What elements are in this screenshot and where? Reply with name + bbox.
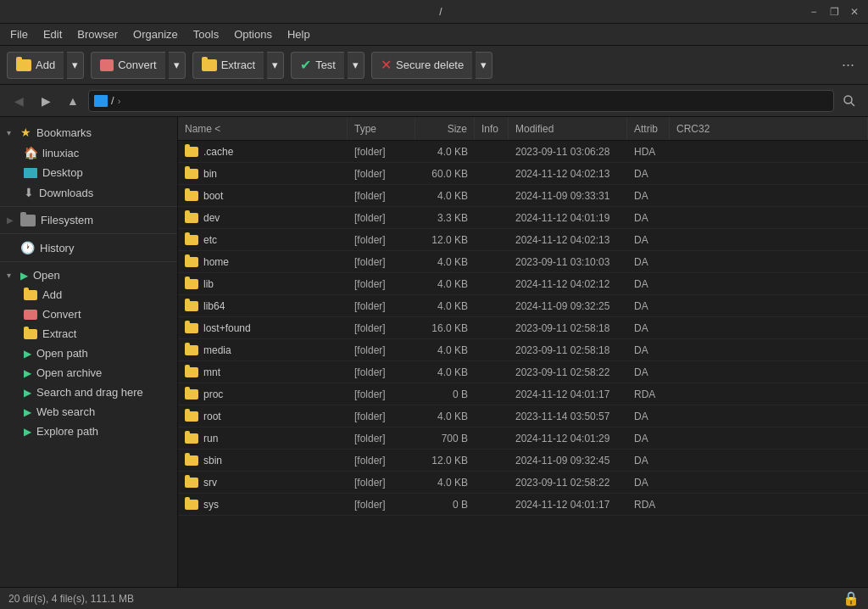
sidebar-item-downloads[interactable]: ⬇ Downloads: [0, 182, 177, 203]
file-size-cell: 4.0 KB: [415, 273, 475, 294]
file-type-cell: [folder]: [348, 405, 415, 427]
open-archive-play-icon: ▶: [24, 367, 31, 379]
file-size-cell: 0 B: [415, 494, 475, 515]
table-row[interactable]: lib [folder] 4.0 KB 2024-11-12 04:02:12 …: [178, 273, 868, 295]
back-button[interactable]: ◀: [7, 89, 31, 113]
file-crc-cell: [670, 273, 868, 294]
table-row[interactable]: root [folder] 4.0 KB 2023-11-14 03:50:57…: [178, 405, 868, 427]
sidebar-item-linuxiac[interactable]: 🏠 linuxiac: [0, 142, 177, 163]
test-button[interactable]: ✔ Test: [291, 52, 344, 79]
file-info-cell: [475, 207, 509, 228]
file-modified-cell: 2023-09-11 03:06:28: [509, 141, 627, 162]
add-button[interactable]: Add: [7, 52, 64, 79]
file-crc-cell: [670, 427, 868, 449]
file-info-cell: [475, 141, 509, 162]
convert-dropdown[interactable]: ▾: [169, 52, 186, 79]
sidebar-item-open-convert[interactable]: Convert: [0, 304, 177, 324]
table-row[interactable]: etc [folder] 12.0 KB 2024-11-12 04:02:13…: [178, 229, 868, 251]
sidebar-item-open-archive[interactable]: ▶ Open archive: [0, 363, 177, 383]
menu-edit[interactable]: Edit: [36, 25, 69, 43]
desktop-label: Desktop: [42, 166, 83, 179]
convert-button[interactable]: Convert: [91, 52, 165, 79]
open-header[interactable]: ▾ ▶ Open: [0, 265, 177, 285]
sidebar-item-open-path[interactable]: ▶ Open path: [0, 344, 177, 363]
sidebar-item-search-drag[interactable]: ▶ Search and drag here: [0, 383, 177, 402]
file-name: boot: [203, 190, 223, 202]
table-row[interactable]: boot [folder] 4.0 KB 2024-11-09 09:33:31…: [178, 185, 868, 207]
row-folder-icon: [185, 191, 198, 201]
file-name: sys: [203, 499, 219, 511]
menu-options[interactable]: Options: [227, 25, 279, 43]
test-dropdown[interactable]: ▾: [348, 52, 364, 79]
secure-delete-button[interactable]: ✕ Secure delete: [371, 52, 472, 79]
col-header-info[interactable]: Info: [475, 117, 509, 140]
row-folder-icon: [185, 455, 198, 466]
file-size-cell: 700 B: [415, 427, 475, 449]
table-row[interactable]: lib64 [folder] 4.0 KB 2024-11-09 09:32:2…: [178, 295, 868, 317]
menu-help[interactable]: Help: [281, 25, 317, 43]
col-header-size[interactable]: Size: [415, 117, 475, 140]
file-pane: Name < Type Size Info Modified Attrib CR…: [178, 117, 868, 587]
bookmarks-header[interactable]: ▾ ★ Bookmarks: [0, 122, 177, 142]
col-header-name[interactable]: Name <: [178, 117, 348, 140]
table-row[interactable]: run [folder] 700 B 2024-11-12 04:01:29 D…: [178, 427, 868, 450]
restore-button[interactable]: ❐: [827, 6, 841, 18]
address-bar[interactable]: / ›: [88, 90, 834, 112]
linuxiac-label: linuxiac: [42, 147, 79, 159]
table-row[interactable]: sbin [folder] 12.0 KB 2024-11-09 09:32:4…: [178, 450, 868, 472]
table-row[interactable]: home [folder] 4.0 KB 2023-09-11 03:10:03…: [178, 251, 868, 273]
sidebar-item-explore-path[interactable]: ▶ Explore path: [0, 422, 177, 441]
file-name: media: [203, 344, 231, 356]
window-title: /: [75, 6, 807, 18]
file-attrib-cell: DA: [627, 361, 670, 383]
test-label: Test: [315, 59, 336, 71]
file-size-cell: 4.0 KB: [415, 405, 475, 427]
table-row[interactable]: media [folder] 4.0 KB 2023-09-11 02:58:1…: [178, 339, 868, 361]
toolbar-more-button[interactable]: ···: [835, 56, 861, 74]
up-button[interactable]: ▲: [61, 89, 85, 113]
add-dropdown[interactable]: ▾: [67, 52, 84, 79]
table-row[interactable]: sys [folder] 0 B 2024-11-12 04:01:17 RDA: [178, 494, 868, 516]
table-row[interactable]: dev [folder] 3.3 KB 2024-11-12 04:01:19 …: [178, 207, 868, 229]
secure-delete-dropdown[interactable]: ▾: [476, 52, 492, 79]
file-type-cell: [folder]: [348, 361, 415, 383]
col-header-type[interactable]: Type: [348, 117, 415, 140]
col-header-modified[interactable]: Modified: [509, 117, 627, 140]
menu-organize[interactable]: Organize: [126, 25, 185, 43]
extract-dropdown[interactable]: ▾: [267, 52, 284, 79]
menu-file[interactable]: File: [3, 25, 35, 43]
file-crc-cell: [670, 383, 868, 405]
table-row[interactable]: .cache [folder] 4.0 KB 2023-09-11 03:06:…: [178, 141, 868, 163]
status-text: 20 dir(s), 4 file(s), 111.1 MB: [8, 593, 134, 605]
file-name: root: [203, 411, 221, 422]
file-attrib-cell: DA: [627, 207, 670, 228]
table-row[interactable]: mnt [folder] 4.0 KB 2023-09-11 02:58:22 …: [178, 361, 868, 383]
col-header-crc32[interactable]: CRC32: [670, 117, 868, 140]
file-name: srv: [203, 477, 217, 489]
table-row[interactable]: bin [folder] 60.0 KB 2024-11-12 04:02:13…: [178, 163, 868, 185]
sidebar-item-web-search[interactable]: ▶ Web search: [0, 402, 177, 422]
sidebar-item-open-extract[interactable]: Extract: [0, 324, 177, 344]
minimize-button[interactable]: −: [807, 6, 821, 18]
close-button[interactable]: ✕: [848, 6, 861, 18]
menu-tools[interactable]: Tools: [186, 25, 225, 43]
file-modified-cell: 2023-09-11 02:58:22: [509, 361, 627, 383]
file-name: .cache: [203, 146, 233, 158]
file-modified-cell: 2024-11-09 09:33:31: [509, 185, 627, 206]
file-name-cell: run: [178, 427, 348, 449]
extract-button[interactable]: Extract: [192, 52, 264, 79]
col-header-attrib[interactable]: Attrib: [627, 117, 670, 140]
history-header[interactable]: 🕐 History: [0, 237, 177, 258]
filesystem-header[interactable]: ▶ Filesystem: [0, 210, 177, 230]
table-row[interactable]: proc [folder] 0 B 2024-11-12 04:01:17 RD…: [178, 383, 868, 405]
open-section: ▾ ▶ Open Add Convert Extract ▶ Open path: [0, 265, 177, 441]
file-type-cell: [folder]: [348, 472, 415, 493]
table-row[interactable]: srv [folder] 4.0 KB 2023-09-11 02:58:22 …: [178, 472, 868, 494]
table-row[interactable]: lost+found [folder] 16.0 KB 2023-09-11 0…: [178, 317, 868, 339]
row-folder-icon: [185, 367, 198, 377]
search-button[interactable]: [837, 89, 861, 113]
sidebar-item-open-add[interactable]: Add: [0, 285, 177, 304]
forward-button[interactable]: ▶: [34, 89, 58, 113]
sidebar-item-desktop[interactable]: Desktop: [0, 163, 177, 182]
menu-browser[interactable]: Browser: [70, 25, 125, 43]
